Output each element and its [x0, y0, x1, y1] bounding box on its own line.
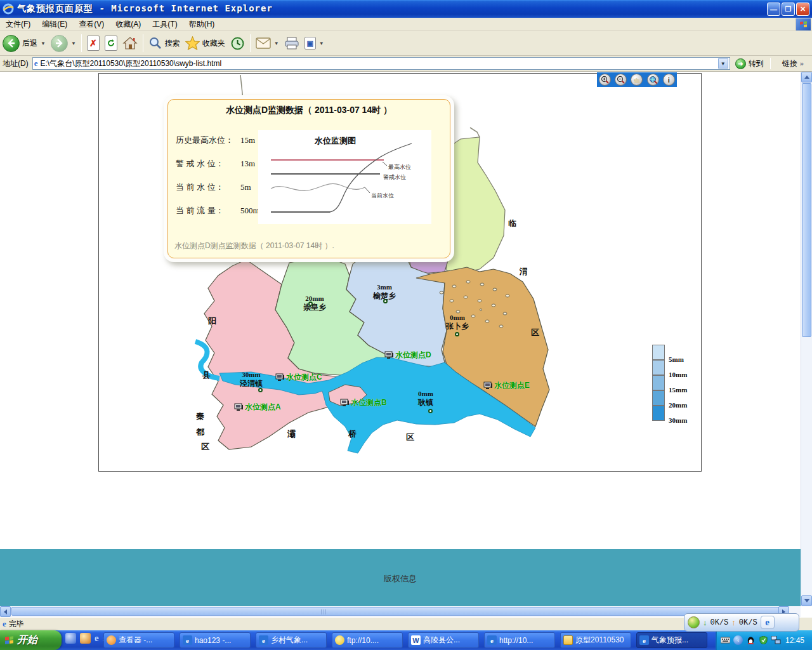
keyboard-icon[interactable]	[721, 636, 730, 644]
go-button[interactable]: ➜ 转到	[735, 58, 764, 69]
menu-tools[interactable]: 工具(T)	[147, 18, 183, 31]
go-label: 转到	[749, 58, 764, 69]
edit-icon: ▣	[304, 37, 316, 50]
refresh-button[interactable]	[102, 32, 120, 54]
menu-favorites[interactable]: 收藏(A)	[110, 18, 147, 31]
full-extent-globe-icon[interactable]	[647, 74, 659, 86]
task-http[interactable]: e http://10...	[484, 632, 555, 648]
district-char: 渭	[520, 266, 528, 277]
task-viewer[interactable]: 查看器 -...	[103, 632, 174, 648]
station-E[interactable]: 水位测点E	[483, 380, 530, 391]
scroll-down-button[interactable]	[801, 595, 812, 606]
task-weather-prototype[interactable]: e 气象预报...	[636, 632, 707, 648]
address-value[interactable]: E:\气象台\原型20110530\原型20110530\swyb-list.h…	[40, 58, 717, 69]
address-input[interactable]: e E:\气象台\原型20110530\原型20110530\swyb-list…	[32, 57, 730, 70]
start-button[interactable]: 开始	[0, 630, 62, 650]
home-icon	[122, 36, 138, 50]
task-rural-weather[interactable]: e 乡村气象...	[256, 632, 327, 648]
back-button[interactable]: 后退 ▼	[0, 32, 48, 54]
task-folder[interactable]: 原型20110530	[560, 632, 631, 648]
station-label: 水位测点E	[494, 380, 530, 391]
quick-launch: e »	[65, 633, 107, 644]
maximize-button[interactable]: ❐	[782, 3, 795, 16]
village-chonghuang[interactable]: 20mm 崇皇乡	[292, 295, 337, 313]
field-label: 历史最高水位：	[176, 135, 238, 146]
minimize-button[interactable]: —	[767, 3, 780, 16]
task-word-doc[interactable]: W 高陵县公...	[408, 632, 479, 648]
task-label: http://10...	[499, 636, 533, 645]
village-dot	[383, 299, 388, 303]
popup-detail-link[interactable]: 水位测点D测点监测数据（ 2011-03-07 14时 ）.	[174, 241, 334, 251]
edit-dropdown-icon[interactable]: ▼	[319, 41, 324, 46]
menu-help[interactable]: 帮助(H)	[183, 18, 221, 31]
scroll-up-button[interactable]	[801, 72, 812, 83]
menu-file[interactable]: 文件(F)	[0, 18, 36, 31]
current-level-curve	[271, 183, 365, 190]
address-dropdown-icon[interactable]: ▼	[718, 58, 728, 69]
vertical-scrollbar[interactable]	[801, 72, 812, 606]
village-jingwei[interactable]: 30mm 泾渭镇	[229, 371, 273, 389]
field-value: 15m	[240, 135, 255, 145]
district-char: 区	[406, 432, 414, 443]
task-ftp[interactable]: ftp://10....	[332, 632, 403, 648]
task-hao123[interactable]: e hao123 -...	[180, 632, 251, 648]
back-dropdown-icon[interactable]: ▼	[41, 41, 46, 46]
menu-bar: 文件(F) 编辑(E) 查看(V) 收藏(A) 工具(T) 帮助(H)	[0, 18, 812, 31]
village-zhangbu[interactable]: 0mm 张卜乡	[435, 314, 480, 332]
back-arrow-icon	[3, 35, 20, 52]
tray-clock[interactable]: 12:45	[785, 636, 804, 645]
forward-dropdown-icon[interactable]: ▼	[71, 41, 76, 46]
horizontal-scroll-thumb[interactable]	[11, 607, 789, 616]
favorites-button[interactable]: 收藏夹	[183, 32, 228, 54]
station-C[interactable]: 水位测点C	[275, 372, 322, 383]
copyright-text: 版权信息	[0, 573, 801, 585]
status-page-icon: e	[3, 619, 6, 629]
station-A[interactable]: 水位测点A	[234, 402, 281, 413]
print-button[interactable]	[282, 32, 302, 54]
village-name: 张卜乡	[435, 321, 480, 332]
mail-button[interactable]: ▼	[253, 32, 282, 54]
window-titlebar: 气象预报页面原型 - Microsoft Internet Explorer —…	[0, 0, 812, 18]
tray-chevron-icon[interactable]: ‹	[733, 635, 743, 645]
district-char: 都	[196, 427, 204, 438]
stop-button[interactable]: ✗	[84, 32, 102, 54]
edit-button[interactable]: ▣ ▼	[302, 32, 327, 54]
pan-hand-icon[interactable]	[631, 74, 643, 86]
ie-widget-icon[interactable]: e	[761, 616, 775, 629]
info-icon[interactable]: i	[663, 74, 675, 86]
history-button[interactable]	[228, 32, 247, 54]
district-char: 临	[508, 218, 516, 229]
district-char: 灞	[287, 428, 296, 440]
shield-icon[interactable]	[759, 636, 768, 644]
qq-icon[interactable]	[746, 636, 756, 644]
mail-dropdown-icon[interactable]: ▼	[274, 41, 279, 46]
home-button[interactable]	[120, 32, 140, 54]
scroll-left-button[interactable]	[0, 606, 11, 617]
page-footer: 版权信息	[0, 549, 801, 606]
legend-swatch	[652, 406, 665, 421]
close-button[interactable]: ✕	[796, 3, 809, 16]
search-icon	[148, 36, 162, 50]
window-title: 气象预报页面原型 - Microsoft Internet Explorer	[17, 3, 273, 15]
menu-view[interactable]: 查看(V)	[73, 18, 110, 31]
links-button[interactable]: 链接 »	[782, 58, 804, 69]
net-speed-widget[interactable]: ↓ 0K/S ↑ 0K/S e	[684, 613, 799, 632]
horizontal-scrollbar[interactable]	[0, 606, 801, 617]
menu-edit[interactable]: 编辑(E)	[36, 18, 73, 31]
messenger-icon[interactable]	[65, 633, 76, 644]
station-D[interactable]: 水位测点D	[384, 350, 431, 361]
zoom-in-icon[interactable]	[599, 74, 611, 86]
village-gengzhen[interactable]: 0mm 耿镇	[407, 390, 445, 408]
vertical-scroll-thumb[interactable]	[802, 83, 811, 337]
village-dot	[428, 409, 433, 413]
network-icon[interactable]	[771, 636, 781, 644]
zoom-out-icon[interactable]	[615, 74, 627, 86]
forward-button[interactable]: ▼	[48, 32, 79, 54]
address-separator	[770, 58, 771, 69]
station-B[interactable]: 水位测点B	[340, 397, 387, 408]
media-icon[interactable]	[80, 633, 91, 644]
search-button[interactable]: 搜索	[146, 32, 183, 54]
ie-quick-icon[interactable]: e	[95, 633, 99, 644]
history-icon	[230, 36, 245, 51]
rain-value: 30mm	[229, 371, 273, 378]
